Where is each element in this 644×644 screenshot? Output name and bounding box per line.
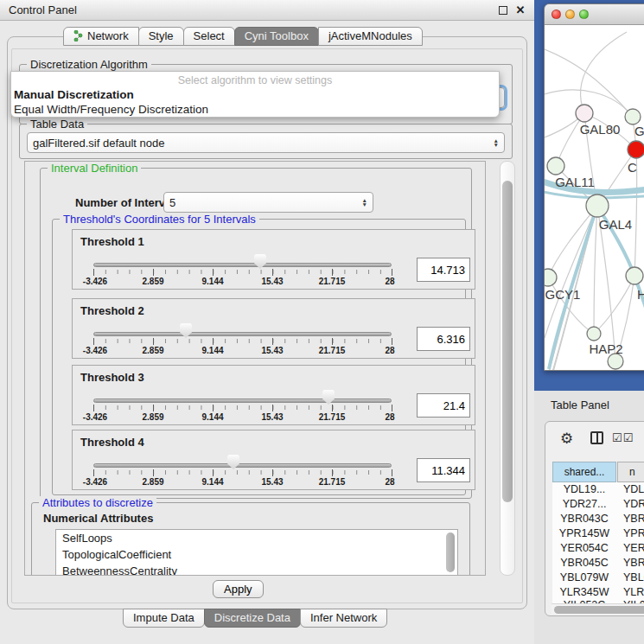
threshold-4-value-field[interactable]	[417, 458, 470, 482]
node-label-gal4: GAL4	[599, 217, 632, 232]
network-window-titlebar[interactable]	[545, 4, 644, 25]
node-gal4[interactable]	[586, 194, 609, 217]
node-top-right[interactable]	[625, 109, 641, 124]
node-highlighted-red[interactable]	[628, 141, 644, 158]
tab-network-label: Network	[87, 29, 129, 42]
node-label-gal80: GAL80	[580, 122, 621, 137]
table-row[interactable]: YDL19...YDL1	[552, 483, 644, 498]
close-icon: ✕	[516, 5, 526, 16]
tick-marks	[93, 470, 392, 475]
table-row[interactable]: YDR27...YDR2	[552, 498, 644, 513]
table-row[interactable]: YPR145WYPR1	[552, 527, 644, 542]
scale-label: 28	[385, 346, 394, 355]
scale-label: 9.144	[201, 477, 223, 487]
table-row[interactable]: YER054CYER0	[552, 542, 644, 557]
cell-shared-name: YDR27...	[552, 498, 616, 513]
cell-name: YER0	[616, 542, 644, 557]
discretization-algorithm-title: Discretization Algorithm	[27, 58, 151, 71]
tab-cyni-toolbox[interactable]: Cyni Toolbox	[234, 27, 319, 46]
combo-stepper-icon: ▲▼	[362, 198, 367, 207]
node-label-gcy1: GCY1	[545, 287, 581, 302]
node-right[interactable]	[626, 267, 643, 284]
threshold-2-value-field[interactable]	[417, 327, 470, 351]
tab-discretize-data-label: Discretize Data	[214, 611, 290, 624]
table-horizontal-scrollbar[interactable]	[552, 603, 644, 615]
float-window-icon[interactable]	[498, 5, 508, 16]
node-left[interactable]	[547, 157, 564, 175]
zoom-traffic-light[interactable]	[579, 10, 589, 19]
close-window-icon[interactable]: ✕	[515, 5, 526, 16]
table-row[interactable]: YBL079WYBL0	[552, 571, 644, 586]
table-row[interactable]: YBR045CYBR0	[552, 557, 644, 571]
threshold-4-panel: Threshold 4 -3.426 2.859 9.144 15.43 21.…	[72, 430, 475, 490]
control-panel-titlebar: Control Panel ✕	[0, 0, 534, 21]
number-of-intervals-combo[interactable]: 5 ▲▼	[163, 192, 373, 213]
scale-label: -3.426	[83, 477, 107, 487]
tab-style[interactable]: Style	[138, 27, 184, 46]
threshold-3-value-field[interactable]	[417, 393, 470, 418]
column-header-shared-name[interactable]: shared...	[552, 462, 616, 482]
scale-label: 15.43	[261, 412, 283, 422]
threshold-1-slider-track[interactable]	[93, 263, 392, 267]
apply-button[interactable]: Apply	[213, 580, 264, 598]
popup-option-equal-width-frequency[interactable]: Equal Width/Frequency Discretization	[14, 103, 498, 116]
gear-icon[interactable]: ⚙	[560, 430, 573, 448]
node-gal80[interactable]	[576, 105, 593, 122]
settings-scrollbar[interactable]	[500, 161, 515, 576]
list-scrollbar-thumb[interactable]	[446, 532, 455, 572]
tab-network[interactable]: Network	[63, 27, 139, 46]
table-horizontal-scrollbar-thumb[interactable]	[554, 606, 644, 614]
cell-shared-name: YER054C	[552, 542, 616, 557]
threshold-4-slider-track[interactable]	[93, 463, 392, 468]
threshold-3-slider-track[interactable]	[93, 399, 392, 403]
scale-label: 15.43	[261, 477, 283, 487]
tick-marks	[93, 339, 392, 344]
cell-name: YBL0	[616, 571, 644, 586]
threshold-3-panel: Threshold 3 -3.426 2.859 9.144 15.43 21.…	[72, 365, 475, 425]
tab-discretize-data[interactable]: Discretize Data	[204, 609, 301, 628]
cell-name: YPR1	[616, 527, 644, 542]
node-hap2[interactable]	[587, 327, 601, 341]
scale-label: 15.43	[261, 346, 283, 355]
node-label-gal11: GAL11	[555, 175, 595, 189]
attribute-item[interactable]: TopologicalCoefficient	[56, 546, 457, 563]
close-traffic-light[interactable]	[552, 10, 561, 19]
tick-marks	[93, 405, 392, 411]
table-row[interactable]: YBR043CYBR0	[552, 513, 644, 527]
table-data-combo[interactable]: galFiltered.sif default node ▲▼	[27, 132, 505, 153]
attribute-item[interactable]: BetweennessCentrality	[56, 563, 457, 576]
settings-scrollbar-thumb[interactable]	[502, 181, 513, 502]
attribute-item[interactable]: SelfLoops	[56, 530, 457, 546]
threshold-1-value-field[interactable]	[417, 258, 470, 282]
popup-option-manual-discretization[interactable]: Manual Discretization	[14, 88, 498, 101]
tab-select[interactable]: Select	[183, 27, 235, 46]
select-columns-icon[interactable]: ☑☑	[612, 431, 634, 444]
tab-jactivemnodules[interactable]: jActiveMNodules	[318, 27, 423, 46]
node-label-hap2: HAP2	[589, 341, 622, 356]
scale-label: 2.859	[142, 346, 163, 355]
scale-label: 2.859	[142, 477, 163, 487]
scale-label: 2.859	[142, 412, 163, 422]
table-data-title: Table Data	[27, 118, 87, 131]
scale-label: -3.426	[83, 346, 107, 355]
node-label-partial-top: GA	[634, 124, 644, 138]
scale-label: 28	[385, 412, 394, 422]
cell-shared-name: YBR045C	[552, 557, 616, 571]
scale-label: 9.144	[201, 346, 223, 355]
interval-definition-title: Interval Definition	[48, 162, 141, 175]
threshold-4-label: Threshold 4	[80, 436, 144, 449]
scale-label: 21.715	[319, 412, 346, 422]
numerical-attributes-label: Numerical Attributes	[43, 512, 153, 525]
network-canvas[interactable]: GAL80 GA C GAL11 GAL4 GCY1 H HAP2	[545, 25, 644, 371]
table-data-group: Table Data galFiltered.sif default node …	[19, 124, 513, 159]
threshold-2-slider-track[interactable]	[93, 332, 392, 336]
algorithm-dropdown-popup: Select algorithm to view settings Manual…	[10, 71, 500, 118]
tab-infer-network[interactable]: Infer Network	[300, 609, 387, 628]
threshold-2-panel: Threshold 2 -3.426 2.859 9.144 15.43 21.…	[72, 298, 475, 359]
tab-impute-data[interactable]: Impute Data	[123, 609, 205, 628]
node-gcy1[interactable]	[545, 269, 557, 286]
tab-cyni-toolbox-label: Cyni Toolbox	[245, 29, 309, 42]
split-columns-icon[interactable]	[590, 431, 603, 444]
column-header-name[interactable]: n	[617, 462, 644, 482]
minimize-traffic-light[interactable]	[565, 10, 575, 19]
